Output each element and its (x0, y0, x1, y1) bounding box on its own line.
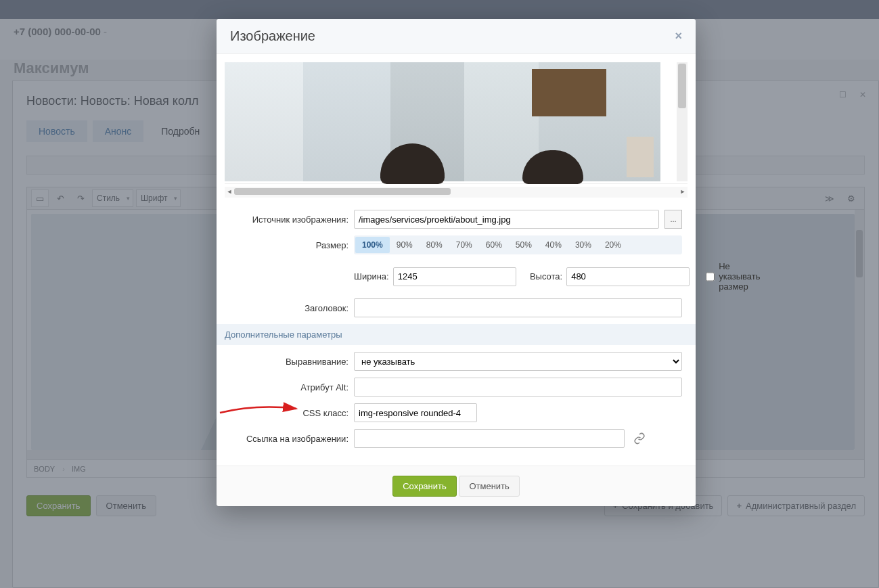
size-100[interactable]: 100% (355, 237, 390, 253)
height-label: Высота: (530, 271, 562, 281)
size-70[interactable]: 70% (449, 237, 479, 253)
width-label: Ширина: (354, 271, 389, 281)
size-30[interactable]: 30% (568, 237, 598, 253)
nosize-checkbox-wrap[interactable]: Не указывать размер (706, 261, 765, 292)
size-label: Размер: (230, 240, 348, 250)
link-label: Ссылка на изображении: (230, 434, 348, 444)
nosize-checkbox[interactable] (706, 272, 715, 281)
width-input[interactable] (393, 267, 516, 286)
modal-save-button[interactable]: Сохранить (392, 476, 457, 497)
size-options: 100% 90% 80% 70% 60% 50% 40% 30% 20% (354, 235, 682, 254)
source-label: Источник изображения: (230, 214, 348, 225)
title-input[interactable] (354, 298, 682, 317)
modal-cancel-button[interactable]: Отменить (459, 476, 519, 497)
source-input[interactable] (354, 210, 659, 229)
image-properties-modal: Изображение × ◄ ► Источник изображения: … (217, 19, 696, 506)
alt-input[interactable] (354, 378, 682, 397)
size-40[interactable]: 40% (539, 237, 568, 253)
modal-footer: Сохранить Отменить (217, 466, 696, 506)
browse-button[interactable]: ... (664, 210, 682, 229)
align-select[interactable]: не указывать (354, 352, 682, 371)
align-label: Выравнивание: (230, 357, 348, 367)
alt-label: Атрибут Alt: (230, 382, 348, 392)
scroll-right-icon[interactable]: ► (679, 188, 686, 195)
nosize-label: Не указывать размер (719, 261, 765, 292)
preview-horizontal-scrollbar[interactable]: ◄ ► (225, 187, 688, 198)
css-class-input[interactable] (354, 403, 477, 422)
preview-image (225, 62, 660, 181)
modal-title: Изображение (230, 28, 315, 44)
extra-params-header: Дополнительные параметры (217, 324, 696, 345)
title-label: Заголовок: (230, 303, 348, 313)
close-icon[interactable]: × (675, 29, 682, 43)
size-50[interactable]: 50% (509, 237, 539, 253)
scroll-left-icon[interactable]: ◄ (226, 188, 233, 195)
link-input[interactable] (354, 429, 625, 448)
modal-header: Изображение × (217, 19, 696, 54)
css-class-label: CSS класс: (230, 408, 348, 418)
size-20[interactable]: 20% (598, 237, 628, 253)
image-preview-pane (225, 62, 688, 184)
size-60[interactable]: 60% (479, 237, 509, 253)
preview-vertical-scrollbar[interactable] (677, 62, 688, 181)
link-icon[interactable] (630, 429, 649, 448)
size-80[interactable]: 80% (420, 237, 449, 253)
height-input[interactable] (566, 267, 690, 286)
modal-form: Источник изображения: ... Размер: 100% 9… (217, 198, 696, 466)
size-90[interactable]: 90% (390, 237, 420, 253)
